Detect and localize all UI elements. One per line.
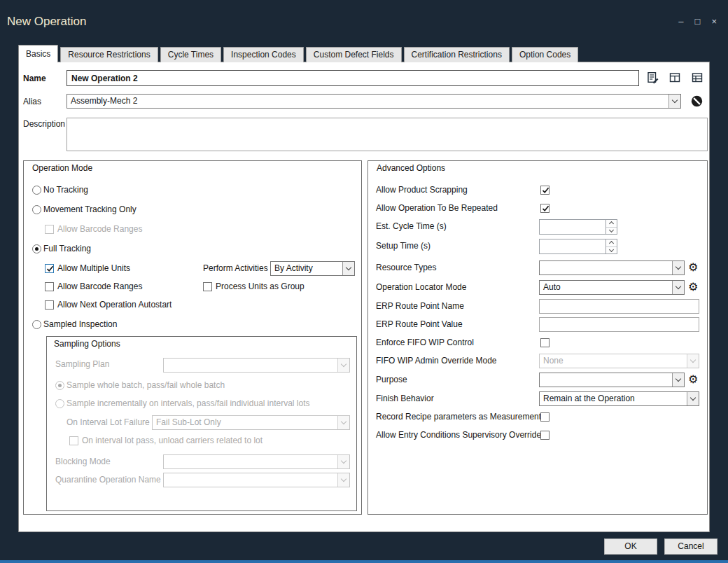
allow-barcode-ranges-movement-checkbox (45, 225, 54, 234)
spin-up-icon[interactable] (606, 220, 617, 228)
description-input[interactable] (66, 118, 708, 151)
name-label: Name (23, 74, 46, 84)
operation-locator-mode-label: Operation Locator Mode (376, 282, 466, 293)
full-tracking-radio[interactable] (32, 244, 41, 253)
table-icon[interactable] (668, 71, 681, 84)
fifo-admin-override-value: None (540, 354, 687, 368)
fifo-admin-override-select: None (539, 354, 699, 368)
enforce-fifo-wip-control-label: Enforce FIFO WIP Control (376, 338, 474, 348)
spin-down-icon[interactable] (606, 247, 617, 254)
full-tracking-label: Full Tracking (43, 244, 91, 254)
chevron-down-icon[interactable] (342, 262, 354, 275)
on-interval-lot-pass-label: On interval lot pass, unload carriers re… (82, 436, 262, 446)
clear-alias-icon[interactable] (691, 95, 703, 107)
allow-operation-repeated-checkbox[interactable] (540, 204, 550, 213)
tab-cycle-times[interactable]: Cycle Times (160, 47, 221, 62)
chevron-down-icon (337, 359, 349, 372)
setup-time-label: Setup Time (s) (376, 241, 430, 251)
on-interval-lot-pass-checkbox (69, 436, 78, 445)
tab-custom-defect-fields[interactable]: Custom Defect Fields (306, 47, 402, 62)
fifo-admin-override-label: FIFO WIP Admin Override Mode (376, 356, 497, 366)
no-tracking-radio[interactable] (32, 186, 41, 195)
sampling-options-group: Sampling Options Sampling Plan Sample wh… (46, 336, 357, 511)
sampling-plan-value (164, 359, 337, 372)
description-label: Description (23, 119, 65, 130)
tab-resource-restrictions[interactable]: Resource Restrictions (60, 47, 158, 62)
spin-up-icon[interactable] (606, 239, 617, 247)
new-operation-window: New Operation – □ × Basics Resource Rest… (0, 0, 728, 563)
window-controls: – □ × (678, 17, 717, 26)
tab-inspection-codes[interactable]: Inspection Codes (223, 47, 304, 62)
process-units-as-group-checkbox[interactable] (203, 282, 212, 291)
operation-locator-mode-select[interactable]: Auto (539, 280, 685, 295)
on-interval-lot-failure-label: On Interval Lot Failure (66, 417, 150, 428)
allow-product-scrapping-checkbox[interactable] (540, 186, 550, 195)
chevron-down-icon (337, 455, 349, 468)
finish-behavior-select[interactable]: Remain at the Operation (539, 391, 699, 406)
minimize-icon[interactable]: – (678, 17, 683, 26)
chevron-down-icon[interactable] (672, 373, 684, 387)
allow-next-operation-autostart-checkbox[interactable] (45, 300, 54, 310)
table-columns-icon[interactable] (691, 71, 704, 84)
movement-tracking-radio[interactable] (32, 205, 41, 214)
allow-barcode-ranges-movement-label: Allow Barcode Ranges (57, 224, 142, 235)
erp-route-point-name-label: ERP Route Point Name (376, 301, 464, 312)
chevron-down-icon[interactable] (672, 281, 684, 294)
perform-activities-value: By Activity (271, 262, 342, 275)
on-interval-lot-failure-value: Fail Sub-Lot Only (153, 416, 337, 429)
erp-route-point-value-input[interactable] (539, 317, 699, 332)
tab-basics[interactable]: Basics (18, 45, 58, 62)
record-recipe-params-checkbox[interactable] (540, 412, 550, 422)
sampling-plan-select (163, 358, 350, 373)
erp-route-point-name-input[interactable] (539, 299, 699, 314)
blocking-mode-value (164, 455, 337, 468)
quarantine-operation-name-value (164, 473, 337, 487)
record-recipe-params-label: Record Recipe parameters as Measurements (376, 412, 545, 422)
advanced-options-title: Advanced Options (377, 163, 445, 173)
perform-activities-select[interactable]: By Activity (270, 261, 355, 276)
allow-entry-conditions-override-checkbox[interactable] (540, 431, 550, 440)
resource-types-gear-icon[interactable]: ⚙ (688, 262, 698, 273)
spin-down-icon[interactable] (606, 228, 617, 235)
tab-certification-restrictions[interactable]: Certification Restrictions (404, 47, 510, 62)
sampled-inspection-label: Sampled Inspection (43, 319, 117, 330)
chevron-down-icon (337, 416, 349, 429)
operation-mode-group: Operation Mode No Tracking Movement Trac… (23, 160, 362, 515)
purpose-label: Purpose (376, 375, 407, 385)
enforce-fifo-wip-control-checkbox[interactable] (540, 338, 550, 347)
sampled-inspection-radio[interactable] (32, 320, 41, 329)
close-icon[interactable]: × (711, 17, 717, 26)
resource-types-value (540, 261, 672, 274)
erp-route-point-value-label: ERP Route Point Value (376, 319, 463, 330)
purpose-gear-icon[interactable]: ⚙ (688, 374, 698, 385)
chevron-down-icon (687, 354, 699, 368)
chevron-down-icon[interactable] (687, 392, 699, 405)
allow-barcode-ranges-checkbox[interactable] (45, 282, 54, 291)
sample-whole-batch-radio (55, 381, 64, 390)
sample-incrementally-label: Sample incrementally on intervals, pass/… (66, 398, 310, 409)
allow-multiple-units-checkbox[interactable] (45, 264, 54, 273)
operation-locator-mode-value: Auto (540, 281, 672, 294)
ok-button[interactable]: OK (604, 538, 657, 555)
no-tracking-label: No Tracking (43, 185, 88, 195)
cancel-button[interactable]: Cancel (664, 538, 718, 555)
purpose-select[interactable] (539, 373, 685, 387)
name-input[interactable] (66, 70, 639, 86)
allow-product-scrapping-label: Allow Product Scrapping (376, 185, 468, 195)
maximize-icon[interactable]: □ (695, 17, 701, 26)
tab-option-codes[interactable]: Option Codes (512, 47, 578, 62)
perform-activities-label: Perform Activities (203, 263, 268, 274)
process-units-as-group-label: Process Units as Group (216, 282, 304, 292)
purpose-value (540, 373, 672, 387)
operation-locator-mode-gear-icon[interactable]: ⚙ (688, 282, 698, 293)
setup-time-stepper[interactable] (539, 239, 617, 254)
est-cycle-time-stepper[interactable] (539, 219, 617, 235)
chevron-down-icon[interactable] (668, 95, 680, 108)
window-title: New Operation (7, 15, 86, 29)
alias-select[interactable]: Assembly-Mech 2 (66, 94, 681, 109)
alias-value: Assembly-Mech 2 (67, 95, 668, 108)
document-edit-icon[interactable] (646, 71, 659, 84)
resource-types-select[interactable] (539, 260, 685, 275)
chevron-down-icon[interactable] (672, 261, 684, 274)
allow-next-operation-autostart-label: Allow Next Operation Autostart (57, 300, 172, 310)
